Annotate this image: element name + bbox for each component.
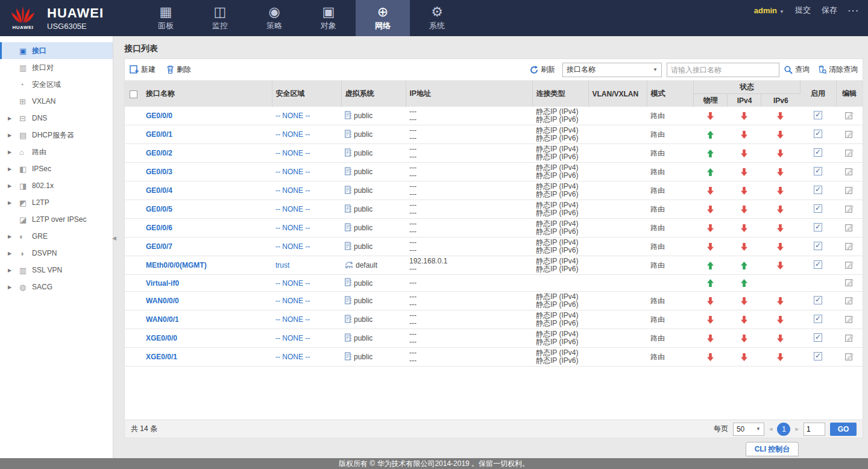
expand-arrow-icon[interactable]: ▶	[8, 150, 11, 155]
col-header-vlan[interactable]: VLAN/VXLAN	[589, 81, 647, 107]
security-zone-link[interactable]: -- NONE --	[275, 242, 310, 251]
col-header-ipv4[interactable]: IPv4	[728, 94, 761, 107]
expand-arrow-icon[interactable]: ▶	[8, 285, 11, 290]
search-input[interactable]	[667, 63, 779, 77]
nav-tab-网络[interactable]: ⊕网络	[356, 0, 410, 36]
refresh-button[interactable]: 刷新	[530, 65, 555, 75]
expand-arrow-icon[interactable]: ▶	[8, 133, 11, 138]
interface-name-link[interactable]: GE0/0/6	[146, 224, 172, 232]
enable-checkbox[interactable]	[814, 333, 822, 342]
clear-query-button[interactable]: 清除查询	[818, 65, 858, 75]
nav-tab-对象[interactable]: ▣对象	[301, 0, 356, 36]
security-zone-link[interactable]: -- NONE --	[275, 334, 310, 342]
sidebar-item-接口[interactable]: ▣接口	[0, 42, 113, 59]
interface-name-link[interactable]: GE0/0/4	[146, 186, 172, 195]
sidebar-item-路由[interactable]: ▶⌂路由	[0, 143, 113, 160]
enable-checkbox[interactable]	[814, 130, 822, 138]
nav-tab-监控[interactable]: ◫监控	[193, 0, 247, 36]
enable-checkbox[interactable]	[814, 111, 822, 119]
expand-arrow-icon[interactable]: ▶	[8, 234, 11, 239]
sidebar-item-SSL VPN[interactable]: ▶▥SSL VPN	[0, 262, 113, 279]
sidebar-item-DHCP服务器[interactable]: ▶▤DHCP服务器	[0, 127, 113, 143]
security-zone-link[interactable]: -- NONE --	[275, 353, 310, 361]
expand-arrow-icon[interactable]: ▶	[8, 166, 11, 172]
delete-button[interactable]: 删除	[166, 65, 191, 75]
enable-checkbox[interactable]	[814, 167, 822, 175]
nav-tab-策略[interactable]: ◉策略	[247, 0, 301, 36]
security-zone-link[interactable]: trust	[275, 261, 289, 269]
col-header-name[interactable]: 接口名称	[143, 81, 272, 107]
edit-pencil-icon[interactable]	[845, 111, 854, 121]
sidebar-item-DSVPN[interactable]: ▶◑DSVPN	[0, 245, 113, 262]
enable-checkbox[interactable]	[814, 242, 822, 250]
sidebar-item-802.1x[interactable]: ▶◨802.1x	[0, 177, 113, 194]
col-header-ip[interactable]: IP地址	[406, 81, 533, 107]
expand-arrow-icon[interactable]: ▶	[8, 183, 11, 189]
edit-pencil-icon[interactable]	[845, 242, 854, 252]
col-header-enable[interactable]: 启用	[800, 81, 836, 107]
sidebar-item-L2TP[interactable]: ▶◩L2TP	[0, 194, 113, 211]
col-header-zone[interactable]: 安全区域	[272, 81, 342, 107]
sidebar-item-SACG[interactable]: ▶◍SACG	[0, 279, 113, 295]
expand-arrow-icon[interactable]: ▶	[8, 251, 11, 256]
col-header-vsys[interactable]: 虚拟系统	[342, 81, 406, 107]
interface-name-link[interactable]: GE0/0/3	[146, 168, 172, 176]
interface-name-link[interactable]: GE0/0/0	[146, 112, 172, 120]
sidebar-item-接口对[interactable]: ▥接口对	[0, 59, 113, 76]
security-zone-link[interactable]: -- NONE --	[275, 279, 310, 288]
current-page-badge[interactable]: 1	[777, 423, 790, 436]
edit-pencil-icon[interactable]	[845, 204, 854, 215]
interface-name-link[interactable]: GE0/0/2	[146, 149, 172, 157]
cli-console-button[interactable]: CLI 控制台	[746, 442, 799, 456]
enable-checkbox[interactable]	[814, 204, 822, 213]
enable-checkbox[interactable]	[814, 315, 822, 323]
filter-field-select[interactable]: 接口名称 ▼	[562, 63, 662, 77]
edit-pencil-icon[interactable]	[845, 333, 854, 344]
sidebar-item-DNS[interactable]: ▶⊟DNS	[0, 110, 113, 127]
sidebar-item-安全区域[interactable]: ◔安全区域	[0, 76, 113, 93]
sidebar-item-GRE[interactable]: ▶◐GRE	[0, 228, 113, 245]
enable-checkbox[interactable]	[814, 186, 822, 194]
edit-pencil-icon[interactable]	[845, 352, 854, 362]
expand-arrow-icon[interactable]: ▶	[8, 268, 11, 273]
enable-checkbox[interactable]	[814, 148, 822, 157]
query-button[interactable]: 查询	[784, 65, 810, 75]
security-zone-link[interactable]: -- NONE --	[275, 297, 310, 305]
goto-page-input[interactable]	[804, 423, 825, 436]
submit-button[interactable]: 提交	[795, 5, 811, 16]
interface-name-link[interactable]: GE0/0/1	[146, 130, 172, 139]
interface-name-link[interactable]: XGE0/0/0	[146, 334, 177, 342]
sidebar-item-IPSec[interactable]: ▶◧IPSec	[0, 160, 113, 177]
enable-checkbox[interactable]	[814, 223, 822, 231]
security-zone-link[interactable]: -- NONE --	[275, 224, 310, 232]
edit-pencil-icon[interactable]	[845, 278, 854, 288]
interface-name-link[interactable]: Virtual-if0	[146, 279, 179, 288]
more-menu-button[interactable]: ···	[848, 6, 860, 15]
security-zone-link[interactable]: -- NONE --	[275, 130, 310, 139]
next-page-button[interactable]: ▸	[795, 425, 799, 433]
enable-checkbox[interactable]	[814, 296, 822, 304]
nav-tab-面板[interactable]: ▦面板	[139, 0, 193, 36]
enable-checkbox[interactable]	[814, 352, 822, 360]
interface-name-link[interactable]: XGE0/0/1	[146, 353, 177, 361]
interface-name-link[interactable]: MEth0/0/0(MGMT)	[146, 261, 207, 269]
security-zone-link[interactable]: -- NONE --	[275, 205, 310, 213]
sidebar-item-VXLAN[interactable]: ⊞VXLAN	[0, 93, 113, 110]
col-header-mode[interactable]: 模式	[647, 81, 694, 107]
go-button[interactable]: GO	[830, 423, 857, 436]
edit-pencil-icon[interactable]	[845, 315, 854, 325]
expand-arrow-icon[interactable]: ▶	[8, 116, 11, 121]
edit-pencil-icon[interactable]	[845, 260, 854, 271]
interface-name-link[interactable]: WAN0/0/0	[146, 297, 179, 305]
per-page-select[interactable]: 50 ▼	[733, 423, 764, 436]
edit-pencil-icon[interactable]	[845, 167, 854, 177]
edit-pencil-icon[interactable]	[845, 223, 854, 233]
prev-page-button[interactable]: ◂	[769, 425, 773, 433]
nav-tab-系统[interactable]: ⚙系统	[410, 0, 464, 36]
sidebar-item-L2TP over IPSec[interactable]: ◪L2TP over IPSec	[0, 211, 113, 228]
security-zone-link[interactable]: -- NONE --	[275, 112, 310, 120]
edit-pencil-icon[interactable]	[845, 186, 854, 196]
security-zone-link[interactable]: -- NONE --	[275, 168, 310, 176]
expand-arrow-icon[interactable]: ▶	[8, 200, 11, 206]
security-zone-link[interactable]: -- NONE --	[275, 149, 310, 157]
